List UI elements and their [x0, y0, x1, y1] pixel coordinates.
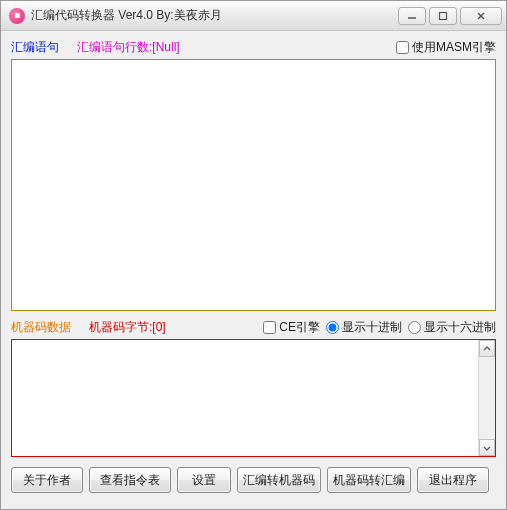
app-icon — [9, 8, 25, 24]
window-title: 汇编代码转换器 Ver4.0 By:美夜赤月 — [31, 7, 398, 24]
asm-header-row: 汇编语句 汇编语句行数:[Null] 使用MASM引擎 — [11, 37, 496, 57]
maximize-button[interactable] — [429, 7, 457, 25]
mc-scrollbar[interactable] — [478, 340, 495, 456]
use-masm-label: 使用MASM引擎 — [412, 39, 496, 56]
asm-to-mc-button[interactable]: 汇编转机器码 — [237, 467, 321, 493]
maximize-icon — [438, 11, 448, 21]
radix-hex-label: 显示十六进制 — [424, 319, 496, 336]
close-icon — [476, 11, 486, 21]
asm-lines-text: 汇编语句行数: — [77, 40, 152, 54]
radix-dec-label: 显示十进制 — [342, 319, 402, 336]
client-area: 汇编语句 汇编语句行数:[Null] 使用MASM引擎 机器码数据 机器码字节:… — [1, 31, 506, 509]
window-controls — [398, 7, 502, 25]
minimize-icon — [407, 11, 417, 21]
mc-textarea[interactable] — [12, 340, 478, 456]
svg-rect-1 — [440, 12, 447, 19]
mc-bytes-label: 机器码字节:[0] — [89, 319, 166, 336]
radix-hex-input[interactable] — [408, 321, 421, 334]
scroll-down-button[interactable] — [479, 439, 495, 456]
asm-lines-label: 汇编语句行数:[Null] — [77, 39, 180, 56]
exit-button[interactable]: 退出程序 — [417, 467, 489, 493]
scroll-up-button[interactable] — [479, 340, 495, 357]
mc-textarea-wrap — [11, 339, 496, 457]
mc-bytes-text: 机器码字节: — [89, 320, 152, 334]
asm-label: 汇编语句 — [11, 39, 59, 56]
use-masm-checkbox[interactable]: 使用MASM引擎 — [396, 39, 496, 56]
about-button[interactable]: 关于作者 — [11, 467, 83, 493]
scroll-track[interactable] — [479, 357, 495, 439]
mc-bytes-value: [0] — [152, 320, 165, 334]
asm-lines-value: [Null] — [152, 40, 179, 54]
chevron-down-icon — [483, 444, 491, 452]
asm-textarea[interactable] — [11, 59, 496, 311]
mc-to-asm-button[interactable]: 机器码转汇编 — [327, 467, 411, 493]
mc-header-row: 机器码数据 机器码字节:[0] CE引擎 显示十进制 显示十六进制 — [11, 317, 496, 337]
radix-hex-radio[interactable]: 显示十六进制 — [408, 319, 496, 336]
radix-dec-input[interactable] — [326, 321, 339, 334]
settings-button[interactable]: 设置 — [177, 467, 231, 493]
mc-label: 机器码数据 — [11, 319, 71, 336]
chevron-up-icon — [483, 345, 491, 353]
titlebar[interactable]: 汇编代码转换器 Ver4.0 By:美夜赤月 — [1, 1, 506, 31]
app-window: 汇编代码转换器 Ver4.0 By:美夜赤月 汇编语句 汇编语句行数:[Null… — [0, 0, 507, 510]
use-masm-input[interactable] — [396, 41, 409, 54]
radix-dec-radio[interactable]: 显示十进制 — [326, 319, 402, 336]
ce-engine-label: CE引擎 — [279, 319, 320, 336]
opcodes-button[interactable]: 查看指令表 — [89, 467, 171, 493]
close-button[interactable] — [460, 7, 502, 25]
minimize-button[interactable] — [398, 7, 426, 25]
ce-engine-checkbox[interactable]: CE引擎 — [263, 319, 320, 336]
ce-engine-input[interactable] — [263, 321, 276, 334]
button-row: 关于作者 查看指令表 设置 汇编转机器码 机器码转汇编 退出程序 — [11, 467, 496, 493]
